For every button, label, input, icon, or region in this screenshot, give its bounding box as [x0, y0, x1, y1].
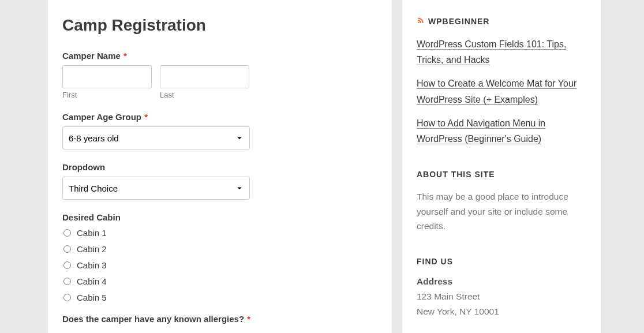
cabin-option-label: Cabin 5: [77, 293, 107, 302]
address-label: Address: [417, 276, 586, 287]
list-item: Cabin 3: [62, 260, 377, 271]
allergies-label: Does the camper have any known allergies…: [62, 314, 377, 324]
allergies-field: Does the camper have any known allergies…: [62, 314, 377, 324]
age-group-label: Camper Age Group *: [62, 112, 377, 122]
rss-widget: WPBEGINNER WordPress Custom Fields 101: …: [417, 16, 586, 147]
about-widget-title: ABOUT THIS SITE: [417, 170, 586, 179]
list-item: How to Create a Welcome Mat for Your Wor…: [417, 76, 586, 107]
list-item: Cabin 2: [62, 244, 377, 255]
about-widget-text: This may be a good place to introduce yo…: [417, 189, 586, 234]
rss-link-2[interactable]: How to Create a Welcome Mat for Your Wor…: [417, 78, 576, 104]
first-name-sublabel: First: [62, 91, 152, 99]
first-name-input[interactable]: [62, 65, 152, 88]
cabin-radio-5[interactable]: [63, 294, 71, 301]
list-item: Cabin 5: [62, 293, 377, 304]
cabin-option-3[interactable]: Cabin 3: [62, 260, 107, 270]
required-indicator: *: [144, 112, 148, 122]
required-indicator: *: [247, 314, 250, 324]
required-indicator: *: [123, 51, 127, 61]
list-item: Cabin 1: [62, 228, 377, 239]
page-title: Camp Registration: [62, 16, 377, 35]
cabin-radio-2[interactable]: [63, 245, 71, 253]
main-content: Camp Registration Camper Name * First La…: [48, 0, 392, 333]
last-name-input[interactable]: [160, 65, 249, 88]
cabin-option-5[interactable]: Cabin 5: [62, 293, 107, 302]
cabin-radio-1[interactable]: [63, 229, 71, 237]
cabin-radio-3[interactable]: [63, 261, 71, 269]
address-line-2: New York, NY 10001: [417, 304, 586, 319]
cabin-field: Desired Cabin Cabin 1 Cabin 2: [62, 212, 377, 304]
age-group-field: Camper Age Group * 6-8 years old: [62, 112, 377, 149]
findus-widget-title: FIND US: [417, 257, 586, 266]
list-item: Cabin 4: [62, 276, 377, 287]
rss-widget-title: WPBEGINNER: [417, 16, 586, 26]
cabin-radio-4[interactable]: [63, 278, 71, 285]
cabin-option-label: Cabin 1: [77, 228, 107, 238]
cabin-option-label: Cabin 4: [77, 276, 107, 286]
findus-widget: FIND US Address 123 Main Street New York…: [417, 257, 586, 320]
camper-name-label-text: Camper Name: [62, 51, 121, 61]
list-item: WordPress Custom Fields 101: Tips, Trick…: [417, 36, 586, 68]
age-group-select[interactable]: 6-8 years old: [62, 126, 250, 149]
last-name-sublabel: Last: [160, 91, 249, 99]
rss-widget-title-text: WPBEGINNER: [428, 17, 489, 26]
cabin-label: Desired Cabin: [62, 212, 377, 222]
camper-name-field: Camper Name * First Last: [62, 51, 377, 99]
sidebar: WPBEGINNER WordPress Custom Fields 101: …: [402, 0, 601, 333]
rss-link-3[interactable]: How to Add Navigation Menu in WordPress …: [417, 118, 545, 144]
address-line-1: 123 Main Street: [417, 289, 586, 304]
allergies-label-text: Does the camper have any known allergies…: [62, 314, 244, 324]
dropdown-field: Dropdown Third Choice: [62, 162, 377, 200]
cabin-option-label: Cabin 2: [77, 244, 107, 254]
camper-name-label: Camper Name *: [62, 51, 377, 61]
cabin-option-label: Cabin 3: [77, 260, 107, 270]
list-item: How to Add Navigation Menu in WordPress …: [417, 115, 586, 147]
age-group-label-text: Camper Age Group: [62, 112, 141, 122]
cabin-option-1[interactable]: Cabin 1: [62, 228, 107, 238]
about-widget: ABOUT THIS SITE This may be a good place…: [417, 170, 586, 234]
rss-link-1[interactable]: WordPress Custom Fields 101: Tips, Trick…: [417, 39, 566, 65]
dropdown-select[interactable]: Third Choice: [62, 177, 250, 200]
cabin-option-4[interactable]: Cabin 4: [62, 276, 107, 286]
dropdown-label: Dropdown: [62, 162, 377, 172]
cabin-option-2[interactable]: Cabin 2: [62, 244, 107, 254]
rss-icon: [417, 16, 425, 26]
